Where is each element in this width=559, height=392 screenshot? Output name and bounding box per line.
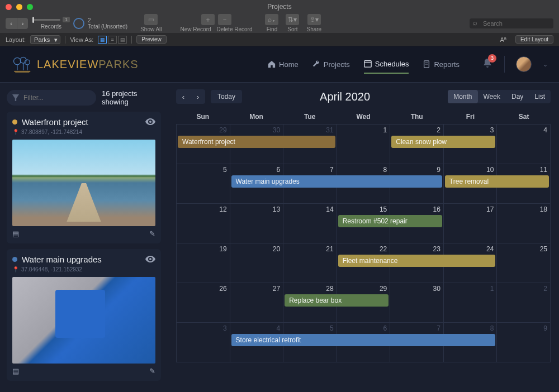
calendar-event[interactable]: Tree removal [445,175,549,188]
project-coords: 📍37.046448, -121.152932 [12,266,155,273]
layers-icon[interactable]: ▤ [12,230,19,238]
calendar-date: 4 [233,324,281,332]
nav-schedules[interactable]: Schedules [364,55,409,74]
calendar-event[interactable]: Waterfront project [178,136,335,148]
calendar-cell[interactable]: 13 [230,204,284,243]
calendar-cell[interactable]: 22Fleet maintenance [337,243,391,283]
calendar-cell[interactable]: 5 [177,164,230,204]
calendar-date: 7 [393,324,440,332]
show-all-icon[interactable]: ▭ [144,14,158,25]
layout-select[interactable]: Parks [30,35,60,44]
calendar-date: 17 [447,205,494,213]
visibility-icon[interactable] [145,117,155,127]
user-menu-chevron[interactable]: ⌄ [543,61,548,68]
new-record-icon[interactable]: ＋ [201,14,215,25]
view-as-label: View As: [70,36,93,43]
svg-rect-8 [364,61,371,67]
project-card[interactable]: Waterfront project 📍37.808897, -121.7482… [7,112,161,243]
calendar-cell[interactable]: 1 [337,125,391,164]
preview-button[interactable]: Preview [136,35,167,44]
calendar-cell[interactable]: 26 [177,283,230,323]
find-icon[interactable]: ⌕▾ [265,14,278,25]
maximize-window-button[interactable] [27,4,33,10]
calendar-cell[interactable]: 14 [283,204,337,243]
calendar-day-header: Mon [230,109,283,124]
calendar-date: 25 [500,245,547,253]
visibility-icon[interactable] [145,255,155,264]
calendar-cell[interactable]: 30 [390,283,444,323]
project-card[interactable]: Water main upgrades 📍37.046448, -121.152… [7,249,161,381]
calendar-cell[interactable]: 4 [497,125,551,164]
calendar-event[interactable]: Replace bear box [285,294,389,307]
minimize-window-button[interactable] [16,4,22,10]
calendar-day-header: Wed [337,109,390,124]
notifications-button[interactable]: 3 [482,58,493,71]
edit-icon[interactable]: ✎ [149,367,155,375]
calendar-cell[interactable]: 29Waterfront project [177,125,230,164]
nav-home[interactable]: Home [268,56,299,73]
forward-button[interactable]: › [17,18,28,29]
sort-label: Sort [287,26,297,32]
record-slider[interactable] [32,19,60,21]
calendar-date: 9 [393,166,440,174]
view-month[interactable]: Month [448,90,477,103]
calendar-cell[interactable]: 10Tree removal [444,164,498,204]
app-header: LAKEVIEWPARKS Home Projects Schedules Re… [0,46,559,83]
records-label: Records [41,23,61,30]
calendar-event[interactable]: Fleet maintenance [338,255,496,267]
user-avatar[interactable] [516,56,532,72]
edit-layout-button[interactable]: Edit Layout [515,35,553,44]
text-size-icon[interactable]: Aª [500,36,506,43]
calendar-cell[interactable]: 27 [230,283,284,323]
view-form-icon[interactable]: ▦ [98,36,107,44]
calendar-cell[interactable]: 20 [230,243,284,283]
calendar-cell[interactable]: 18 [497,204,551,243]
calendar-cell[interactable]: 2 [497,283,551,323]
calendar-cell[interactable]: 2Clean snow plow [390,125,444,164]
calendar-cell[interactable]: 19 [177,243,230,283]
calendar-date: 5 [286,324,334,332]
records-pie-icon[interactable] [73,18,84,29]
calendar-cell[interactable]: 28Replace bear box [283,283,337,323]
view-list-icon[interactable]: ≡ [108,36,117,44]
view-week[interactable]: Week [478,90,506,103]
today-button[interactable]: Today [211,90,242,103]
delete-record-icon[interactable]: － [218,14,231,25]
layers-icon[interactable]: ▤ [12,367,19,375]
view-table-icon[interactable]: ▤ [118,36,127,44]
calendar-date: 1 [340,126,387,134]
calendar-event[interactable]: Water main upgrades [231,175,442,188]
edit-icon[interactable]: ✎ [149,230,155,238]
view-list[interactable]: List [529,90,551,103]
calendar-date: 30 [233,126,281,134]
calendar-cell[interactable]: 4Store electrical retrofit [230,323,284,362]
close-window-button[interactable] [6,4,12,10]
view-day[interactable]: Day [506,90,529,103]
calendar-cell[interactable]: 12 [177,204,230,243]
calendar-event[interactable]: Clean snow plow [391,136,495,148]
calendar-date: 2 [393,126,440,134]
calendar-cell[interactable]: 3 [177,323,230,362]
calendar-date: 13 [233,205,281,213]
calendar-cell[interactable]: 25 [497,243,551,283]
share-icon[interactable]: ⇪▾ [307,14,321,25]
back-button[interactable]: ‹ [6,18,17,29]
calendar-cell[interactable]: 6Water main upgrades [230,164,284,204]
filter-input[interactable] [7,90,96,106]
calendar-cell[interactable]: 15Restroom #502 repair [337,204,391,243]
calendar-event[interactable]: Store electrical retrofit [231,334,496,346]
calendar-cell[interactable]: 21 [283,243,337,283]
calendar-cell[interactable]: 1 [444,283,498,323]
svg-point-0 [14,58,21,65]
calendar-cell[interactable]: 9 [497,323,551,362]
calendar-cell[interactable]: 17 [444,204,498,243]
total-count: 2 [88,17,127,23]
nav-projects[interactable]: Projects [312,56,350,73]
calendar-event[interactable]: Restroom #502 repair [338,215,442,227]
nav-reports[interactable]: Reports [423,56,459,73]
calendar-day-header: Fri [444,109,498,124]
search-input[interactable] [470,18,553,28]
calendar-prev-button[interactable]: ‹ [176,89,191,104]
sort-icon[interactable]: ⇅▾ [286,14,299,25]
calendar-next-button[interactable]: › [191,89,205,104]
